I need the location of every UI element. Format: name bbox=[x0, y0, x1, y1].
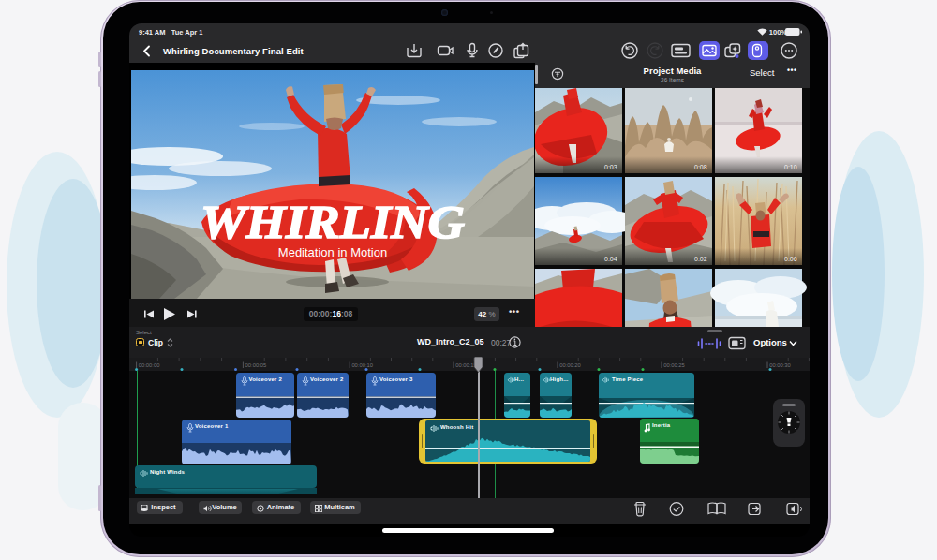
svg-text:WHIRLING: WHIRLING bbox=[201, 196, 465, 248]
svg-text:0:02: 0:02 bbox=[694, 256, 707, 262]
svg-text:00:00:25: 00:00:25 bbox=[663, 362, 685, 368]
svg-text:0:03: 0:03 bbox=[604, 164, 617, 170]
svg-text:00:00:00: 00:00:00 bbox=[139, 362, 160, 368]
svg-text:0:10: 0:10 bbox=[784, 164, 797, 170]
svg-text:00:00:20: 00:00:20 bbox=[559, 362, 581, 368]
svg-text:00:00:05: 00:00:05 bbox=[245, 362, 267, 368]
svg-text:0:08: 0:08 bbox=[694, 164, 707, 170]
svg-text:0:06: 0:06 bbox=[784, 256, 797, 262]
svg-text:Meditation in Motion: Meditation in Motion bbox=[278, 245, 387, 259]
svg-text:0:04: 0:04 bbox=[604, 256, 617, 262]
svg-text:00:00:30: 00:00:30 bbox=[769, 362, 791, 368]
svg-text:00:00:10: 00:00:10 bbox=[351, 362, 373, 368]
